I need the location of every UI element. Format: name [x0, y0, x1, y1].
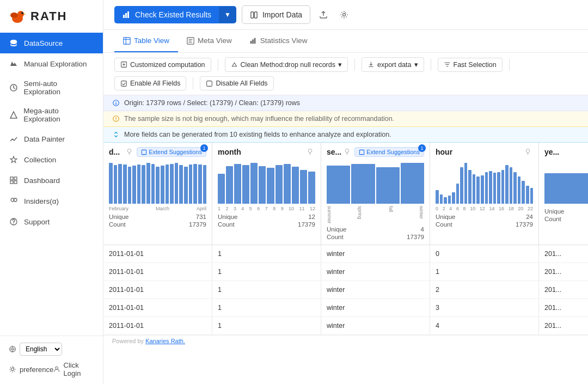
col-name-3: hour	[436, 148, 452, 156]
col-name-4: ye...	[544, 148, 559, 156]
tab-table-label: Table View	[134, 36, 169, 45]
chart-label: 22	[528, 206, 533, 211]
chart-label: 0	[436, 206, 438, 211]
column-card-3: hour0246810121416182022Unique24Count1737…	[430, 143, 539, 245]
sidebar-item-insiders[interactable]: Insiders(α)	[0, 191, 103, 211]
svg-point-14	[13, 223, 14, 224]
data-rows: 2011-01-011winter0201...2011-01-011winte…	[103, 245, 588, 335]
svg-point-17	[56, 367, 58, 369]
col-suggest-icon-1[interactable]	[305, 147, 315, 157]
unique-val: 731	[196, 214, 206, 220]
warning-banner: The sample size is not big enough, which…	[103, 111, 588, 127]
bar	[444, 197, 447, 204]
export-data-btn[interactable]: export data ▾	[362, 57, 424, 72]
sidebar: RATH DataSource Manual Exploration Semi-…	[0, 0, 103, 384]
unique-row-3: Unique24	[436, 214, 533, 220]
unique-row-4: Unique2	[544, 208, 588, 215]
table-icon	[123, 37, 131, 45]
unique-row-1: Unique12	[218, 214, 315, 220]
data-painter-icon	[9, 134, 19, 144]
unique-label: Unique	[109, 214, 128, 220]
col-suggest-icon-0[interactable]	[124, 147, 134, 157]
sidebar-item-mega-auto[interactable]: Mega-auto Exploration	[0, 101, 103, 129]
bar	[184, 167, 188, 204]
tab-meta-view[interactable]: Meta View	[178, 30, 241, 52]
unique-label: Unique	[218, 214, 237, 220]
col-chart-2	[327, 160, 424, 204]
settings-button[interactable]	[336, 7, 352, 22]
check-results-dropdown[interactable]: ▼	[219, 7, 236, 23]
sidebar-item-datasource[interactable]: DataSource	[0, 33, 103, 53]
language-dropdown[interactable]: English 中文 Español	[20, 343, 62, 356]
bar	[203, 165, 207, 204]
sidebar-item-support[interactable]: Support	[0, 211, 103, 232]
check-results-button[interactable]: Check Existed Results ▼	[114, 6, 236, 23]
bar	[522, 181, 525, 204]
unique-label: Unique	[544, 208, 564, 215]
svg-rect-24	[124, 37, 130, 44]
svg-point-44	[115, 120, 116, 120]
disable-all-fields-btn[interactable]: Disable All Fields	[200, 76, 273, 90]
main-content: Check Existed Results ▼ Import Data Tabl…	[103, 0, 588, 384]
preference-link[interactable]: preference	[9, 365, 53, 374]
footer-actions: preference Click Login	[9, 361, 94, 377]
upload-button[interactable]	[316, 7, 331, 22]
column-card-4: ye...Unique2Count17379	[539, 143, 588, 245]
data-area[interactable]: d... Extend Suggestions1FebruaryMarchApr…	[103, 143, 588, 384]
sidebar-item-painter-label: Data Painter	[24, 135, 65, 143]
data-cell: winter	[321, 281, 430, 298]
clean-method-btn[interactable]: Clean Method:drop null records ▾	[225, 57, 348, 72]
table-row: 2011-01-011winter2201...	[103, 281, 588, 299]
customized-computation-btn[interactable]: Customized computation	[114, 58, 211, 72]
logo-bird-icon	[9, 8, 26, 25]
count-label: Count	[327, 234, 344, 240]
chart-label: 8	[273, 206, 275, 211]
enable-all-fields-btn[interactable]: Enable All Fields	[114, 76, 186, 90]
check-results-main-action[interactable]: Check Existed Results	[114, 6, 219, 23]
fast-selection-btn[interactable]: Fast Selection	[438, 58, 503, 72]
extend-badge-2[interactable]: Extend Suggestions1	[354, 147, 424, 157]
count-row-3: Count17379	[436, 221, 533, 228]
language-selector[interactable]: English 中文 Español	[9, 343, 94, 356]
bar	[132, 166, 136, 204]
filter-icon	[444, 61, 451, 68]
count-row-4: Count17379	[544, 216, 588, 222]
data-cell: 2011-01-01	[103, 245, 212, 263]
tab-statistics-view[interactable]: Statistics View	[241, 30, 316, 52]
chart-label: March	[156, 206, 169, 211]
chart-label: 10	[289, 206, 294, 211]
hint-banner: More fields can be generated from 10 exi…	[103, 127, 588, 143]
svg-rect-33	[254, 38, 256, 44]
data-cell: winter	[321, 299, 430, 316]
extend-badge-0[interactable]: Extend Suggestions1	[137, 147, 206, 157]
bar	[448, 196, 451, 204]
customized-computation-label: Customized computation	[130, 61, 205, 69]
data-cell: 1	[212, 245, 321, 263]
bar	[234, 164, 241, 204]
tab-table-view[interactable]: Table View	[114, 30, 178, 52]
count-label: Count	[218, 221, 235, 228]
bar	[137, 164, 141, 204]
chart-label: 20	[518, 206, 523, 211]
data-cell: winter	[321, 263, 430, 281]
col-suggest-icon-2[interactable]	[342, 147, 352, 157]
login-button[interactable]: Click Login	[53, 361, 94, 377]
tab-meta-label: Meta View	[198, 36, 232, 45]
data-cell: 0	[430, 245, 539, 263]
sidebar-item-semi-auto[interactable]: Semi-auto Exploration	[0, 74, 103, 101]
chart-label: 5	[249, 206, 252, 211]
kanaries-link[interactable]: Kanaries Rath.	[145, 338, 185, 344]
count-val: 17379	[189, 221, 206, 228]
table-row: 2011-01-011winter0201...	[103, 245, 588, 263]
col-suggest-icon-3[interactable]	[523, 147, 533, 157]
chart-label: 4	[241, 206, 244, 211]
sidebar-item-data-painter[interactable]: Data Painter	[0, 129, 103, 149]
bar	[146, 163, 150, 204]
checkbox-checked-icon	[120, 80, 127, 87]
import-data-button[interactable]: Import Data	[242, 5, 310, 24]
sidebar-item-collection[interactable]: Collection	[0, 149, 103, 170]
collection-icon	[9, 155, 19, 164]
sidebar-item-collection-label: Collection	[24, 156, 56, 164]
sidebar-item-dashboard[interactable]: Dashboard	[0, 170, 103, 191]
sidebar-item-manual-exploration[interactable]: Manual Exploration	[0, 53, 103, 74]
